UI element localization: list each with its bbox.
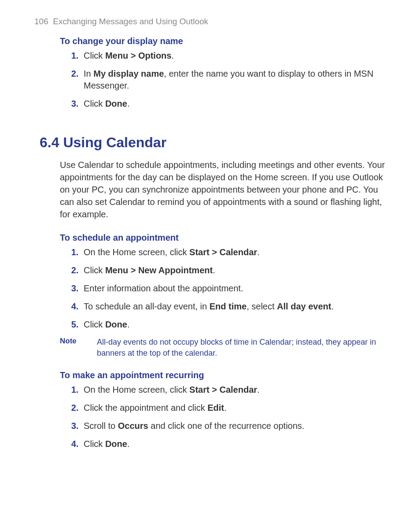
list-item: Click Done.	[81, 98, 386, 110]
list-item: On the Home screen, click Start > Calend…	[81, 246, 386, 258]
steps-schedule-appointment: On the Home screen, click Start > Calend…	[81, 246, 386, 331]
list-item: To schedule an all-day event, in End tim…	[81, 301, 386, 312]
steps-change-display-name: Click Menu > Options. In My display name…	[81, 50, 386, 110]
list-item: In My display name, enter the name you w…	[81, 68, 386, 92]
subheading-recurring-appointment: To make an appointment recurring	[60, 370, 386, 380]
steps-recurring-appointment: On the Home screen, click Start > Calend…	[81, 384, 386, 450]
subheading-schedule-appointment: To schedule an appointment	[60, 233, 386, 243]
page-number: 106	[34, 17, 48, 26]
list-item: Click Done.	[81, 438, 386, 450]
list-item: Click Done.	[81, 319, 386, 331]
chapter-title: Exchanging Messages and Using Outlook	[53, 17, 208, 26]
body-paragraph: Use Calendar to schedule appointments, i…	[60, 159, 386, 220]
list-item: Click the appointment and click Edit.	[81, 402, 386, 414]
note-label: Note	[60, 337, 97, 359]
page-header: 106 Exchanging Messages and Using Outloo…	[34, 17, 386, 26]
list-item: On the Home screen, click Start > Calend…	[81, 384, 386, 396]
note-block: Note All-day events do not occupy blocks…	[60, 337, 386, 359]
section-title: 6.4 Using Calendar	[40, 134, 386, 151]
list-item: Enter information about the appointment.	[81, 283, 386, 294]
list-item: Click Menu > Options.	[81, 50, 386, 62]
note-text: All-day events do not occupy blocks of t…	[97, 337, 386, 359]
list-item: Scroll to Occurs and click one of the re…	[81, 420, 386, 432]
subheading-change-display-name: To change your display name	[60, 36, 386, 46]
list-item: Click Menu > New Appointment.	[81, 264, 386, 276]
